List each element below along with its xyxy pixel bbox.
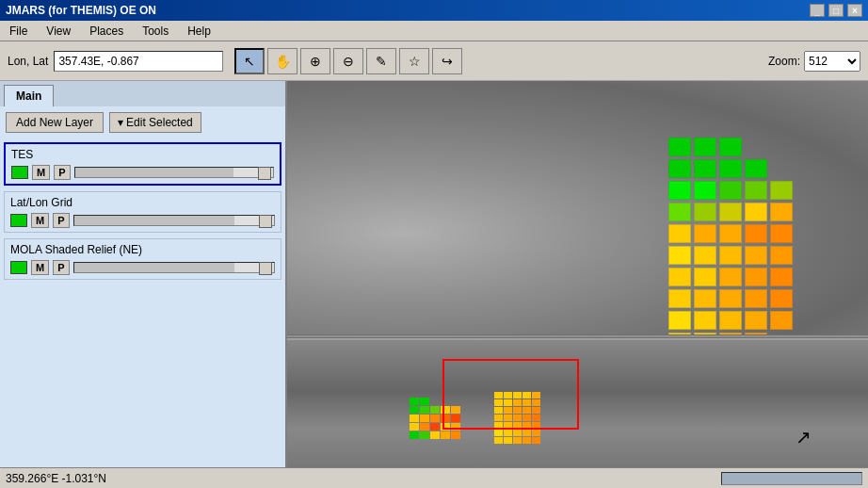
menu-tools[interactable]: Tools	[137, 23, 174, 40]
layer-slider-mola[interactable]	[73, 262, 275, 273]
grid-cell-sm2	[494, 430, 503, 436]
layer-item-latlon[interactable]: Lat/Lon Grid M P	[4, 191, 281, 233]
grid-cell	[694, 224, 716, 243]
layer-p-button-tes[interactable]: P	[54, 165, 70, 180]
grid-cell-sm	[430, 415, 440, 422]
add-new-layer-button[interactable]: Add New Layer	[6, 112, 104, 133]
slider-thumb-tes[interactable]	[258, 167, 271, 180]
zoom-out-tool-button[interactable]: ⊖	[333, 48, 363, 74]
grid-cell	[745, 268, 767, 286]
layer-m-button-latlon[interactable]: M	[31, 213, 49, 228]
app-title: JMARS (for THEMIS) OE ON	[6, 4, 156, 17]
slider-thumb-latlon[interactable]	[259, 215, 272, 228]
layer-controls-tes: M P	[11, 165, 274, 180]
select-tool-button[interactable]: ↖	[234, 48, 265, 74]
status-bar: 359.266°E -1.031°N	[0, 467, 868, 488]
grid-cell	[668, 138, 691, 156]
minimize-button[interactable]: _	[810, 4, 825, 17]
lon-lat-display: 357.43E, -0.867	[54, 51, 223, 72]
zoom-in-tool-button[interactable]: ⊕	[300, 48, 330, 74]
grid-cell	[694, 333, 716, 334]
app-body: Lon, Lat 357.43E, -0.867 ↖ ✋ ⊕ ⊖ ✎ ☆ ↪ Z…	[0, 41, 868, 488]
edit-selected-button[interactable]: ▾ Edit Selected	[109, 112, 201, 133]
grid-cell	[719, 268, 742, 286]
grid-cell-sm2	[532, 430, 540, 436]
layer-color-tes[interactable]	[11, 166, 28, 179]
grid-cell-sm	[420, 423, 429, 431]
grid-cell-sm	[410, 398, 419, 405]
title-bar-controls: _ □ ×	[810, 4, 862, 17]
layer-p-button-latlon[interactable]: P	[53, 213, 69, 228]
grid-cell-sm	[430, 423, 440, 431]
main-map[interactable]	[287, 81, 868, 334]
grid-cell	[745, 333, 767, 334]
goto-tool-button[interactable]: ↪	[432, 48, 462, 74]
grid-cell	[770, 203, 793, 221]
grid-cell	[668, 181, 691, 200]
grid-cell-sm	[430, 398, 440, 405]
measure-tool-button[interactable]: ✎	[366, 48, 396, 74]
grid-cell	[770, 246, 793, 265]
layer-slider-tes[interactable]	[74, 167, 274, 178]
grid-cell	[719, 224, 742, 243]
grid-cell-sm	[420, 415, 429, 422]
grid-cell	[745, 246, 767, 265]
layer-p-button-mola[interactable]: P	[53, 260, 69, 275]
close-button[interactable]: ×	[847, 4, 862, 17]
grid-cell-sm2	[513, 430, 522, 436]
overview-map[interactable]: ↗	[287, 338, 868, 467]
menu-file[interactable]: File	[4, 23, 33, 40]
grid-cell	[719, 289, 742, 308]
grid-cell	[694, 181, 716, 200]
layer-color-latlon[interactable]	[10, 214, 27, 227]
overview-selection-rect	[442, 359, 579, 430]
grid-cell-sm2	[522, 430, 531, 436]
menu-view[interactable]: View	[40, 23, 76, 40]
grid-cell	[694, 246, 716, 265]
maximize-button[interactable]: □	[828, 4, 844, 17]
bookmark-tool-button[interactable]: ☆	[399, 48, 429, 74]
grid-cell-sm	[410, 431, 419, 439]
tab-main[interactable]: Main	[4, 85, 54, 106]
grid-cell	[719, 246, 742, 265]
grid-cell	[745, 159, 767, 178]
grid-cell-sm2	[504, 430, 512, 436]
grid-cell	[694, 138, 716, 156]
grid-cell-sm	[430, 406, 440, 414]
zoom-label: Zoom:	[768, 55, 800, 68]
grid-cell	[668, 246, 691, 265]
lon-lat-value: 357.43E, -0.867	[58, 55, 138, 68]
layers-list: TES M P Lat/Lon Grid	[0, 138, 285, 467]
grid-cell-sm	[451, 431, 460, 439]
grid-cell	[745, 181, 767, 200]
grid-cell-sm2	[532, 437, 540, 444]
grid-cell-sm	[410, 406, 419, 414]
grid-cell	[694, 268, 716, 286]
lon-lat-label: Lon, Lat	[8, 55, 48, 68]
grid-cell	[719, 333, 742, 334]
layer-item-tes[interactable]: TES M P	[4, 142, 281, 186]
layer-slider-latlon[interactable]	[73, 215, 275, 226]
slider-thumb-mola[interactable]	[259, 262, 272, 275]
grid-cell	[668, 333, 691, 334]
grid-cell	[668, 224, 691, 243]
menu-help[interactable]: Help	[182, 23, 217, 40]
zoom-select[interactable]: 64 128 256 512 1024 2048	[804, 51, 860, 72]
grid-cell-sm2	[494, 437, 503, 444]
menu-bar: File View Places Tools Help	[0, 21, 868, 41]
layer-name-mola: MOLA Shaded Relief (NE)	[10, 243, 275, 256]
layer-item-mola[interactable]: MOLA Shaded Relief (NE) M P	[4, 238, 281, 280]
grid-cell	[694, 203, 716, 221]
grid-cell	[745, 224, 767, 243]
grid-cell	[719, 159, 742, 178]
layer-m-button-mola[interactable]: M	[31, 260, 49, 275]
content-area: Main Add New Layer ▾ Edit Selected TES M	[0, 81, 868, 467]
layer-name-tes: TES	[11, 148, 274, 161]
layer-m-button-tes[interactable]: M	[32, 165, 50, 180]
grid-cell	[745, 289, 767, 308]
pan-tool-button[interactable]: ✋	[267, 48, 297, 74]
menu-places[interactable]: Places	[84, 23, 129, 40]
zoom-area: Zoom: 64 128 256 512 1024 2048	[768, 51, 860, 72]
layer-color-mola[interactable]	[10, 261, 27, 274]
grid-cell	[694, 311, 716, 330]
